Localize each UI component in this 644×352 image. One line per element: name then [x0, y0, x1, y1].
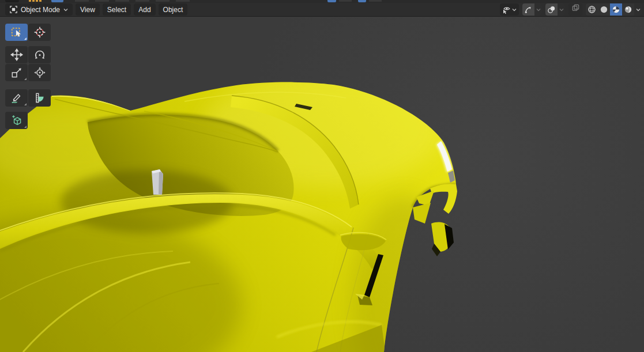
tool-select-box[interactable]: [5, 24, 28, 41]
tool-measure[interactable]: [28, 89, 51, 107]
select-box-icon: [10, 26, 23, 39]
gizmos-control: [522, 3, 542, 16]
topbar-button-fragment: [156, 0, 170, 2]
active-fragment: [51, 0, 63, 2]
tool-add-cube[interactable]: [5, 112, 28, 129]
object-visibility-dropdown[interactable]: [500, 3, 519, 16]
scale-icon: [10, 66, 23, 79]
viewport-canvas[interactable]: [0, 0, 644, 352]
menu-add[interactable]: Add: [134, 3, 155, 16]
menu-select[interactable]: Select: [103, 3, 131, 16]
add-cube-icon: [10, 114, 23, 127]
tool-cursor[interactable]: [28, 24, 51, 41]
mode-selector[interactable]: Object Mode: [5, 3, 73, 16]
menu-object[interactable]: Object: [159, 3, 188, 16]
tool-move[interactable]: [5, 46, 28, 63]
mode-label: Object Mode: [21, 6, 60, 14]
viewport-header: Object Mode View Select Add Object: [0, 3, 644, 17]
cursor-icon: [33, 26, 46, 39]
dash-fragment: [32, 0, 35, 2]
chevron-down-icon: [63, 7, 69, 13]
topbar-button-fragment: [5, 0, 19, 2]
shading-solid[interactable]: [598, 3, 610, 16]
topbar-button-fragment: [115, 0, 129, 2]
dash-fragment: [36, 0, 38, 2]
overlays-control: [545, 3, 565, 16]
topbar-button-fragment: [75, 0, 89, 2]
rotate-icon: [33, 48, 46, 61]
move-icon: [10, 48, 23, 61]
eye-cursor-icon: [502, 3, 511, 16]
transform-icon: [33, 66, 46, 79]
topbar-button-fragment: [135, 0, 149, 2]
shading-wireframe[interactable]: [586, 3, 598, 16]
gizmo-toggle[interactable]: [522, 3, 534, 16]
dash-fragment: [29, 0, 31, 2]
topbar-button-fragment: [176, 0, 190, 2]
dash-fragment: [39, 0, 42, 2]
active-fragment: [327, 0, 336, 2]
menu-view[interactable]: View: [76, 3, 100, 16]
annotate-icon: [10, 92, 23, 104]
blender-window: Object Mode View Select Add Object: [0, 0, 644, 352]
gizmo-dropdown[interactable]: [534, 3, 542, 16]
tool-rotate[interactable]: [28, 46, 51, 63]
car-model[interactable]: [0, 72, 457, 352]
shading-material-preview[interactable]: [610, 3, 622, 16]
active-fragment: [358, 0, 366, 2]
overlays-icon: [547, 5, 556, 14]
overlays-dropdown[interactable]: [558, 3, 565, 16]
object-mode-icon: [9, 5, 18, 14]
viewport-render: [0, 0, 644, 352]
chevron-down-icon: [511, 3, 517, 16]
tool-transform[interactable]: [28, 64, 51, 81]
topbar-button-fragment: [369, 0, 382, 2]
tool-shelf: [5, 24, 51, 129]
tool-scale[interactable]: [5, 64, 28, 81]
seat-object: [152, 169, 163, 195]
tool-annotate[interactable]: [5, 89, 28, 107]
shading-rendered[interactable]: [622, 3, 634, 16]
xray-toggle[interactable]: [568, 3, 582, 16]
shading-group: [586, 3, 642, 16]
overlays-toggle[interactable]: [545, 3, 558, 16]
topbar-button-fragment: [95, 0, 109, 2]
shading-dropdown[interactable]: [634, 3, 642, 16]
measure-icon: [33, 92, 46, 104]
gizmo-icon: [524, 5, 533, 14]
xray-icon: [571, 3, 580, 12]
topbar-button-fragment: [339, 0, 352, 2]
